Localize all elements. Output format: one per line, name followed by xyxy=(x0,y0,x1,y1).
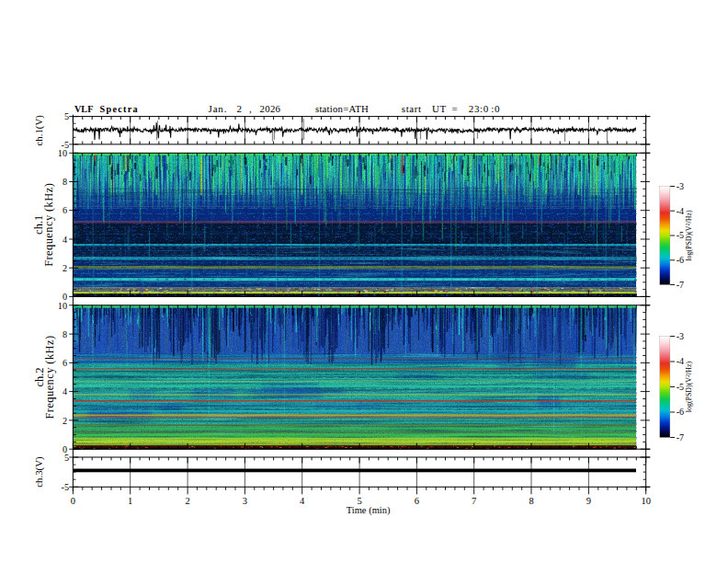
svg-text:ch.1(V): ch.1(V) xyxy=(34,115,46,146)
svg-text:8: 8 xyxy=(63,329,67,339)
svg-text:6: 6 xyxy=(63,358,67,368)
svg-text:2: 2 xyxy=(185,496,189,506)
svg-text:-5: -5 xyxy=(677,230,684,240)
svg-text:Frequency (kHz): Frequency (kHz) xyxy=(43,335,56,419)
svg-text:-6: -6 xyxy=(677,407,684,417)
svg-text:start: start xyxy=(402,103,422,114)
svg-text:7: 7 xyxy=(472,496,476,506)
svg-text:6: 6 xyxy=(415,496,419,506)
svg-text:23:0: 23:0 xyxy=(469,103,489,114)
svg-text:6: 6 xyxy=(63,205,67,215)
svg-text:10: 10 xyxy=(641,496,651,506)
svg-text:-4: -4 xyxy=(677,206,684,216)
svg-text:-4: -4 xyxy=(677,356,684,366)
svg-text:3: 3 xyxy=(243,496,247,506)
svg-text:ch.3(V): ch.3(V) xyxy=(34,456,46,488)
svg-text:=: = xyxy=(451,103,457,114)
svg-text:,: , xyxy=(249,103,252,114)
svg-text:-7: -7 xyxy=(677,280,684,290)
svg-text:2026: 2026 xyxy=(260,103,281,114)
svg-text:2: 2 xyxy=(237,103,243,114)
svg-text:Jan.: Jan. xyxy=(209,103,228,114)
svg-text:Spectra: Spectra xyxy=(100,104,139,114)
svg-text:-3: -3 xyxy=(677,181,684,191)
svg-text:2: 2 xyxy=(63,416,67,426)
svg-text:5: 5 xyxy=(64,111,69,121)
svg-text:log(PSD)(V2/Hz): log(PSD)(V2/Hz) xyxy=(684,210,693,261)
svg-text:8: 8 xyxy=(529,496,533,506)
svg-text:-3: -3 xyxy=(677,331,684,341)
svg-text:station=ATH: station=ATH xyxy=(315,103,369,114)
svg-text:log(PSD)(V2/Hz): log(PSD)(V2/Hz) xyxy=(684,362,693,413)
svg-text:8: 8 xyxy=(63,177,67,187)
svg-text:4: 4 xyxy=(63,235,67,245)
svg-text:0: 0 xyxy=(71,496,75,506)
svg-text:Time (min): Time (min) xyxy=(347,505,391,516)
svg-text:9: 9 xyxy=(586,496,591,506)
svg-text:VLF: VLF xyxy=(74,104,93,114)
svg-text:4: 4 xyxy=(300,496,305,506)
svg-text:4: 4 xyxy=(63,386,67,396)
svg-text:5: 5 xyxy=(64,453,69,463)
svg-text:UT: UT xyxy=(432,103,447,114)
svg-text:-6: -6 xyxy=(677,255,684,265)
svg-text:10: 10 xyxy=(58,301,67,311)
svg-text:-7: -7 xyxy=(677,432,684,442)
svg-text:1: 1 xyxy=(128,496,132,506)
svg-text::0: :0 xyxy=(491,103,500,114)
svg-text:Frequency (kHz): Frequency (kHz) xyxy=(43,183,56,267)
svg-text:-5: -5 xyxy=(62,482,70,492)
svg-text:-5: -5 xyxy=(677,382,684,392)
svg-text:2: 2 xyxy=(63,263,67,273)
svg-text:10: 10 xyxy=(58,148,67,158)
